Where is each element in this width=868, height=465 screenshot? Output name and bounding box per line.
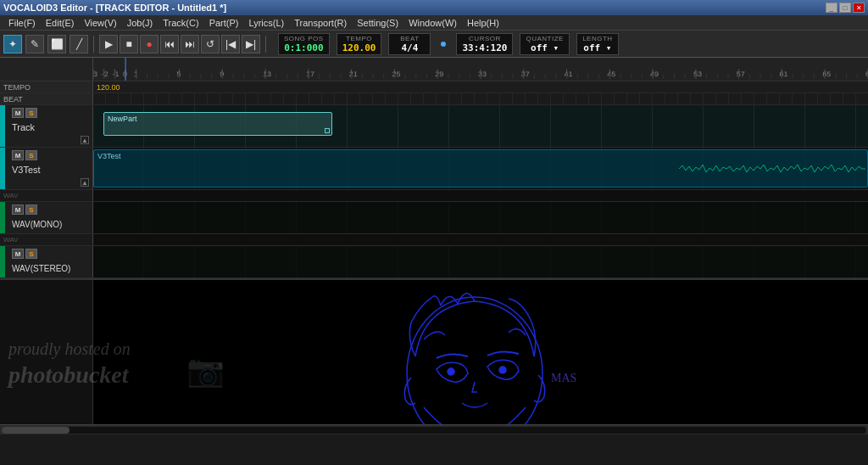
track-1-solo-button[interactable]: S xyxy=(25,108,37,118)
track-wav-2-name-area: WAV(STEREO) xyxy=(8,260,92,277)
watermark-line1: proudly hosted on xyxy=(8,338,131,360)
beat-value[interactable]: 4/4 xyxy=(402,42,419,53)
tempo-value[interactable]: 120.00 xyxy=(342,42,376,53)
title-bar: VOCALOID3 Editor - [TRACK EDITOR - Untit… xyxy=(0,0,868,15)
drawing-area: MAS xyxy=(93,280,868,424)
beat-row: BEAT xyxy=(0,93,868,105)
toolbar: ✦ ✎ ⬜ ╱ ▶ ■ ● ⏮ ⏭ ↺ |◀ ▶| SONG POS 0:1:0… xyxy=(0,31,868,58)
wav-mono-section: WAV xyxy=(0,190,868,202)
horizontal-scrollbar[interactable] xyxy=(0,424,868,434)
part-resize-handle[interactable] xyxy=(325,128,330,133)
play-button[interactable]: ▶ xyxy=(99,35,118,53)
tempo-track-content[interactable]: 120.00 xyxy=(93,81,868,92)
track-wav-1-color-bar xyxy=(0,202,5,233)
tempo-group[interactable]: TEMPO 120.00 xyxy=(337,33,382,55)
track-2-collapse-button[interactable]: ▲ xyxy=(81,178,89,187)
track-1-collapse: ▲ xyxy=(8,135,92,147)
quantize-value[interactable]: off ▾ xyxy=(531,42,559,53)
stop-button[interactable]: ■ xyxy=(120,35,138,53)
menu-transport[interactable]: Transport(R) xyxy=(289,18,352,28)
maximize-button[interactable]: □ xyxy=(839,3,851,13)
line-tool-button[interactable]: ╱ xyxy=(70,35,88,53)
track-wav-2-controls: M S xyxy=(8,246,92,260)
close-button[interactable]: ✕ xyxy=(853,3,865,13)
track-vocal-2-content[interactable]: V3Test xyxy=(93,148,868,189)
track-wav-1-content[interactable] xyxy=(93,202,868,233)
track-2-name: V3Test xyxy=(12,165,41,175)
track-2-name-area: V3Test xyxy=(8,161,92,177)
ruler-sidebar xyxy=(0,58,93,81)
track-wav-2-mute-button[interactable]: M xyxy=(12,249,24,259)
info-bar: SONG POS 0:1:000 TEMPO 120.00 BEAT 4/4 C… xyxy=(278,33,619,55)
separator-1 xyxy=(93,36,94,53)
scrollbar-thumb[interactable] xyxy=(2,427,70,434)
cursor-value: 33:4:120 xyxy=(462,42,507,53)
menu-file[interactable]: File(F) xyxy=(3,18,41,28)
track-wav-2: M S WAV(STEREO) xyxy=(0,246,868,278)
skip-back-button[interactable]: |◀ xyxy=(221,35,240,53)
beat-sidebar: BEAT xyxy=(0,93,93,104)
ruler-track[interactable] xyxy=(93,58,868,81)
tempo-sidebar: TEMPO xyxy=(0,81,93,92)
track-wav-1: M S WAV(MONO) xyxy=(0,202,868,234)
track-1-name: Track xyxy=(12,122,35,132)
fast-forward-button[interactable]: ⏭ xyxy=(181,35,199,53)
menu-setting[interactable]: Setting(S) xyxy=(352,18,403,28)
track-wav-2-content[interactable] xyxy=(93,246,868,277)
menu-lyrics[interactable]: Lyrics(L) xyxy=(244,18,290,28)
track-2-solo-button[interactable]: S xyxy=(25,150,37,160)
track-2-controls: M S xyxy=(8,148,92,161)
track-1-part-newpart[interactable]: NewPart xyxy=(103,112,332,136)
track-vocal-1-content[interactable]: NewPart xyxy=(93,105,868,147)
part-newpart-label: NewPart xyxy=(108,115,137,123)
scrollbar-track[interactable] xyxy=(2,427,866,434)
tempo-row: TEMPO 120.00 xyxy=(0,81,868,93)
rewind-button[interactable]: ⏮ xyxy=(160,35,179,53)
wav-mono-section-label: WAV xyxy=(0,190,93,201)
length-label: LENGTH xyxy=(582,35,612,42)
track-2-mute-button[interactable]: M xyxy=(12,150,24,160)
watermark: proudly hosted on photobucket xyxy=(8,338,131,390)
wav-stereo-section-track xyxy=(93,234,868,245)
track-1-mute-button[interactable]: M xyxy=(12,108,24,118)
wav-stereo-section: WAV xyxy=(0,234,868,246)
menu-job[interactable]: Job(J) xyxy=(122,18,159,28)
minimize-button[interactable]: _ xyxy=(826,3,837,13)
pencil-tool-button[interactable]: ✎ xyxy=(25,35,44,53)
track-color-bar-1 xyxy=(0,105,5,147)
bottom-area: MAS proudly hosted on photobucket 📷 ® xyxy=(0,278,868,424)
track-1-collapse-button[interactable]: ▲ xyxy=(81,136,89,144)
cursor-indicator xyxy=(441,42,446,47)
length-value[interactable]: off ▾ xyxy=(583,42,611,53)
menu-track[interactable]: Track(C) xyxy=(158,18,203,28)
record-button[interactable]: ● xyxy=(140,35,159,53)
menu-view[interactable]: View(V) xyxy=(79,18,121,28)
track-wav-1-grid xyxy=(93,202,868,233)
beat-group[interactable]: BEAT 4/4 xyxy=(388,33,431,55)
track-wav-1-mute-button[interactable]: M xyxy=(12,204,24,215)
track-wav-2-solo-button[interactable]: S xyxy=(25,249,37,259)
menu-edit[interactable]: Edit(E) xyxy=(41,18,80,28)
select-tool-button[interactable]: ✦ xyxy=(3,35,22,53)
track-2-part-v3test[interactable]: V3Test xyxy=(93,149,868,188)
track-wav-1-solo-button[interactable]: S xyxy=(25,204,37,215)
menu-window[interactable]: Window(W) xyxy=(403,18,462,28)
loop-button[interactable]: ↺ xyxy=(201,35,220,53)
track-wav-1-name: WAV(MONO) xyxy=(12,220,62,229)
wav-stereo-section-label: WAV xyxy=(0,234,93,245)
track-1-name-area: Track xyxy=(8,119,92,135)
skip-fwd-button[interactable]: ▶| xyxy=(242,35,260,53)
track-2-collapse: ▲ xyxy=(8,177,92,189)
menu-part[interactable]: Part(P) xyxy=(204,18,244,28)
track-color-bar-2 xyxy=(0,148,5,189)
cursor-group: CURSOR 33:4:120 xyxy=(456,33,513,55)
length-group[interactable]: LENGTH off ▾ xyxy=(576,33,619,55)
waveform-display xyxy=(679,160,865,177)
erase-tool-button[interactable]: ⬜ xyxy=(47,35,66,53)
svg-point-2 xyxy=(499,367,506,373)
menu-help[interactable]: Help(H) xyxy=(462,18,504,28)
song-pos-value: 0:1:000 xyxy=(284,42,323,53)
quantize-group[interactable]: QUANTIZE off ▾ xyxy=(520,33,569,55)
title-bar-text: VOCALOID3 Editor - [TRACK EDITOR - Untit… xyxy=(3,3,226,13)
watermark-line2: photobucket xyxy=(8,360,131,390)
